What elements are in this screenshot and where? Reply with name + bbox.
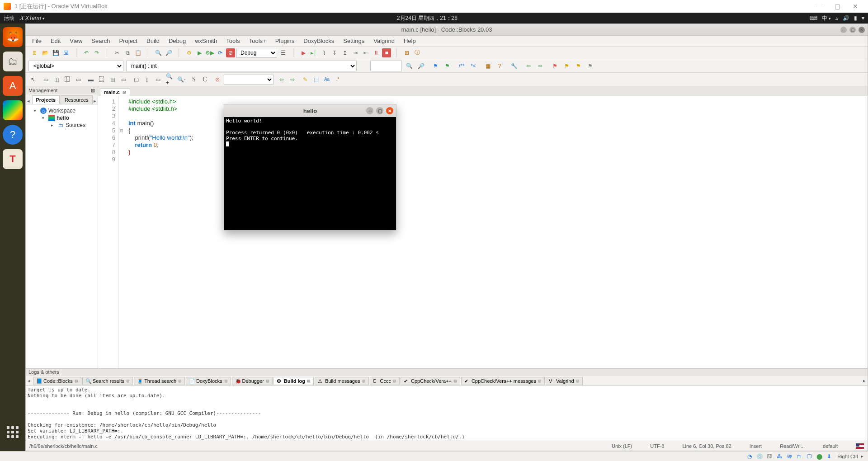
project-tree[interactable]: ▾⌂Workspace ▾hello ▸🗀Sources xyxy=(26,104,98,368)
doxy-chm-icon[interactable]: ? xyxy=(495,61,504,71)
menu-search[interactable]: Search xyxy=(88,37,113,45)
log-tab-close-icon[interactable]: ⊠ xyxy=(75,379,78,383)
fold-column[interactable]: ⊟ xyxy=(118,96,125,368)
line-comment-icon[interactable]: *< xyxy=(469,61,478,71)
xterm-minimize-button[interactable]: — xyxy=(366,107,373,114)
codeblocks-titlebar[interactable]: main.c [hello] - Code::Blocks 20.03 — ▢ … xyxy=(26,24,868,36)
menu-settings[interactable]: Settings xyxy=(340,37,368,45)
tab-projects[interactable]: Projects xyxy=(32,95,60,104)
host-minimize-button[interactable]: — xyxy=(810,3,828,10)
break-icon[interactable]: ⏸ xyxy=(372,48,381,57)
new-file-icon[interactable]: 🗎 xyxy=(30,48,39,57)
menu-build[interactable]: Build xyxy=(143,37,163,45)
file-tab-close-icon[interactable]: ⊠ xyxy=(123,90,126,94)
inc-search-input[interactable] xyxy=(224,75,274,85)
info-icon[interactable]: ⓘ xyxy=(413,48,422,57)
menu-debug[interactable]: Debug xyxy=(165,37,189,45)
build-icon[interactable]: ⚙ xyxy=(184,48,193,57)
run-to-cursor-icon[interactable]: ▸│ xyxy=(309,48,318,57)
cb-maximize-button[interactable]: ▢ xyxy=(849,27,856,33)
dock-windows-app[interactable] xyxy=(3,100,23,120)
abort-search-icon[interactable]: ⊘ xyxy=(213,75,222,84)
cb-close-button[interactable]: ✕ xyxy=(859,27,865,33)
next-line-icon[interactable]: ⤵ xyxy=(320,48,329,57)
log-tab-search-results[interactable]: 🔍Search results⊠ xyxy=(82,377,133,385)
layout-9-icon[interactable]: ▢ xyxy=(132,75,141,84)
log-tab-close-icon[interactable]: ⊠ xyxy=(307,379,311,383)
next-instr-icon[interactable]: ⇥ xyxy=(351,48,360,57)
log-tab-close-icon[interactable]: ⊠ xyxy=(126,379,130,383)
xterm-close-button[interactable]: ✕ xyxy=(386,107,393,114)
menu-edit[interactable]: Edit xyxy=(47,37,64,45)
bookmark-toggle-icon[interactable]: ⚑ xyxy=(550,61,559,71)
vbox-audio-icon[interactable]: 🖫 xyxy=(766,453,773,460)
screen-keyboard-icon[interactable]: ⌨ xyxy=(810,15,817,21)
xterm-titlebar[interactable]: hello — ▢ ✕ xyxy=(224,104,396,117)
log-tab-close-icon[interactable]: ⊠ xyxy=(362,379,366,383)
system-menu-caret-icon[interactable]: ▾ xyxy=(862,15,864,21)
vbox-hostkey-menu-icon[interactable]: ▸ xyxy=(861,453,863,459)
block-comment-icon[interactable]: /** xyxy=(457,61,466,71)
menu-view[interactable]: View xyxy=(66,37,86,45)
bookmark-clear-icon[interactable]: ⚑ xyxy=(585,61,594,71)
debug-start-icon[interactable]: ▶ xyxy=(299,48,308,57)
xterm-output[interactable]: Hello world! Process returned 0 (0x0) ex… xyxy=(224,117,396,230)
mgmt-tab-prev[interactable]: ◂ xyxy=(26,98,31,104)
doxy-html-icon[interactable]: ▦ xyxy=(483,61,492,71)
abort-icon[interactable]: ⊘ xyxy=(226,48,235,57)
undo-icon[interactable]: ↶ xyxy=(82,48,91,57)
layout-6-icon[interactable]: ⿳ xyxy=(97,75,106,84)
bookmark-prev-icon[interactable]: ⚑ xyxy=(562,61,571,71)
log-tab-close-icon[interactable]: ⊠ xyxy=(538,379,542,383)
replace-icon[interactable]: 🔎 xyxy=(164,48,173,57)
vbox-hdd-icon[interactable]: ◔ xyxy=(746,453,753,460)
layout-5-icon[interactable]: ▬ xyxy=(86,75,95,84)
mgmt-tab-next[interactable]: ▸ xyxy=(93,98,98,104)
layout-3-icon[interactable]: ⿲ xyxy=(63,75,72,84)
log-tab-close-icon[interactable]: ⊠ xyxy=(178,379,182,383)
log-tab-close-icon[interactable]: ⊠ xyxy=(453,379,457,383)
code-editor[interactable]: 123456789 ⊟ #include <stdio.h>#include <… xyxy=(98,96,868,368)
doxy-run-icon[interactable]: ⚑ xyxy=(431,61,440,71)
tree-project-hello[interactable]: hello xyxy=(57,115,69,121)
doxy-config-icon[interactable]: 🔧 xyxy=(509,61,519,71)
dock-files[interactable]: 🗂 xyxy=(3,52,23,71)
find-icon[interactable]: 🔍 xyxy=(154,48,163,57)
dock-help[interactable]: ? xyxy=(3,125,23,145)
menu-file[interactable]: File xyxy=(28,37,45,45)
layout-1-icon[interactable]: ▭ xyxy=(41,75,50,84)
vbox-mouse-icon[interactable]: ⬇ xyxy=(826,453,833,460)
stop-debug-icon[interactable]: ■ xyxy=(382,48,391,57)
xterm-maximize-button[interactable]: ▢ xyxy=(376,107,383,114)
layout-8-icon[interactable]: ▭ xyxy=(119,75,128,84)
scope-select[interactable]: <global> xyxy=(28,61,123,71)
layout-11-icon[interactable]: ▭ xyxy=(153,75,162,84)
layout-7-icon[interactable]: ▤ xyxy=(108,75,117,84)
tree-workspace[interactable]: Workspace xyxy=(48,108,75,114)
bookmark-next-icon[interactable]: ⚑ xyxy=(574,61,583,71)
copy-icon[interactable]: ⧉ xyxy=(123,48,132,57)
logs-tab-next[interactable]: ▸ xyxy=(861,378,868,384)
layout-4-icon[interactable]: ▭ xyxy=(74,75,83,84)
dock-firefox[interactable]: 🦊 xyxy=(3,27,23,47)
step-into-icon[interactable]: ↧ xyxy=(330,48,339,57)
highlight-icon[interactable]: ✎ xyxy=(301,75,310,84)
zoom-in-icon[interactable]: 🔍+ xyxy=(166,75,175,84)
menu-wxsmith[interactable]: wxSmith xyxy=(191,37,221,45)
search-options-icon[interactable]: 🔎 xyxy=(416,61,425,71)
tab-resources[interactable]: Resources xyxy=(61,95,93,104)
regex-icon[interactable]: .* xyxy=(333,75,342,84)
next-match-icon[interactable]: ⇨ xyxy=(288,75,297,84)
dock-show-apps[interactable] xyxy=(3,422,23,442)
log-tab-thread-search[interactable]: 🧵Thread search⊠ xyxy=(134,377,185,385)
step-out-icon[interactable]: ↥ xyxy=(340,48,349,57)
network-icon[interactable]: ▵ xyxy=(835,15,838,21)
match-case-icon[interactable]: Aa xyxy=(322,75,331,84)
menu-help[interactable]: Help xyxy=(400,37,420,45)
save-all-icon[interactable]: 🖫 xyxy=(61,48,71,57)
selected-text-icon[interactable]: ⬚ xyxy=(311,75,321,84)
file-tab-main-c[interactable]: main.c ⊠ xyxy=(100,88,130,96)
menu-valgrind[interactable]: Valgrind xyxy=(370,37,398,45)
doxy-extract-icon[interactable]: ⚑ xyxy=(443,61,452,71)
debugging-windows-icon[interactable]: ⊞ xyxy=(402,48,411,57)
